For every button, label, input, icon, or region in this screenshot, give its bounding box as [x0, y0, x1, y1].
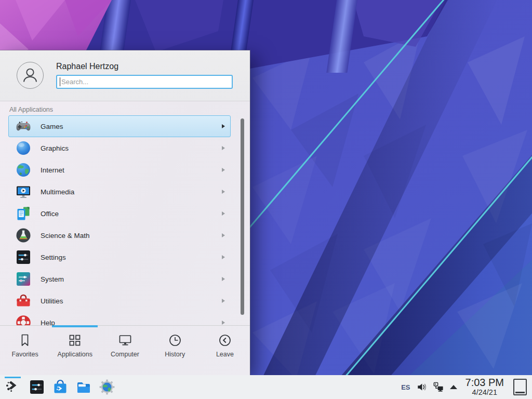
submenu-arrow-icon: [222, 168, 225, 172]
network-icon[interactable]: [433, 382, 444, 392]
user-avatar[interactable]: [17, 62, 44, 89]
category-graphics[interactable]: Graphics: [8, 137, 231, 159]
search-input[interactable]: [56, 75, 233, 89]
computer-icon: [118, 333, 132, 348]
taskbar-panel: ES 7:03 PM 4/24/21: [0, 375, 532, 399]
history-icon: [168, 333, 182, 348]
category-settings[interactable]: Settings: [8, 246, 231, 268]
system-settings-icon[interactable]: [29, 379, 45, 395]
launcher-header: Raphael Hertzog: [0, 50, 250, 101]
scrollbar[interactable]: [241, 118, 244, 315]
category-utilities[interactable]: Utilities: [8, 290, 231, 312]
office-icon: [15, 205, 32, 222]
tab-history[interactable]: History: [150, 333, 200, 375]
category-office[interactable]: Office: [8, 203, 231, 224]
search-wrap: [56, 75, 233, 89]
text-cursor: [60, 77, 60, 86]
system-icon: [15, 271, 32, 287]
gamepad-icon: [15, 118, 32, 135]
category-science-math[interactable]: Science & Math: [8, 224, 231, 246]
submenu-arrow-icon: [222, 233, 225, 237]
clock-time: 7:03 PM: [466, 377, 504, 389]
volume-icon[interactable]: [417, 382, 427, 392]
show-desktop-button[interactable]: [513, 379, 527, 395]
pinned-apps: [22, 379, 115, 395]
clock[interactable]: 7:03 PM 4/24/21: [466, 377, 504, 396]
category-list: Games Graphics Internet Multimedia Offic…: [0, 115, 250, 325]
submenu-arrow-icon: [222, 299, 225, 303]
utilities-icon: [15, 292, 32, 309]
category-system[interactable]: System: [8, 268, 231, 290]
submenu-arrow-icon: [222, 190, 225, 194]
settings-icon: [15, 249, 32, 265]
tab-favorites[interactable]: Favorites: [0, 333, 50, 375]
section-label: All Applications: [0, 101, 250, 115]
launcher-tab-bar: Favorites Applications Computer History …: [0, 325, 250, 375]
keyboard-layout-indicator[interactable]: ES: [401, 383, 410, 391]
application-launcher-button[interactable]: [4, 376, 22, 398]
konqueror-icon[interactable]: [99, 379, 115, 395]
dolphin-icon[interactable]: [75, 379, 92, 395]
leave-icon: [218, 333, 232, 348]
discover-icon[interactable]: [52, 379, 69, 395]
active-tab-indicator: [52, 325, 98, 327]
multimedia-icon: [15, 183, 32, 200]
bookmark-icon: [18, 333, 32, 348]
submenu-arrow-icon: [222, 211, 225, 216]
category-help[interactable]: Help: [8, 312, 231, 325]
graphics-icon: [15, 140, 32, 156]
submenu-arrow-icon: [222, 321, 225, 325]
desktop: Raphael Hertzog All Applications Games G…: [0, 0, 532, 399]
submenu-arrow-icon: [222, 124, 225, 128]
category-multimedia[interactable]: Multimedia: [8, 181, 231, 203]
application-launcher-menu: Raphael Hertzog All Applications Games G…: [0, 50, 250, 375]
active-task-indicator: [5, 377, 21, 378]
globe-icon: [15, 162, 32, 178]
clock-date: 4/24/21: [466, 389, 504, 397]
tab-applications[interactable]: Applications: [50, 333, 100, 375]
submenu-arrow-icon: [222, 146, 225, 150]
science-icon: [15, 227, 32, 244]
help-icon: [15, 314, 32, 325]
category-internet[interactable]: Internet: [8, 159, 231, 181]
submenu-arrow-icon: [222, 277, 225, 281]
kde-launcher-icon: [5, 378, 21, 396]
category-games[interactable]: Games: [8, 115, 231, 137]
system-tray: ES 7:03 PM 4/24/21: [401, 377, 527, 396]
up-caret-icon[interactable]: [450, 385, 457, 389]
submenu-arrow-icon: [222, 255, 225, 259]
tab-leave[interactable]: Leave: [200, 333, 250, 375]
user-column: Raphael Hertzog: [56, 62, 233, 101]
tab-computer[interactable]: Computer: [100, 333, 150, 375]
grid-icon: [68, 333, 82, 348]
user-name: Raphael Hertzog: [56, 62, 233, 71]
user-icon: [18, 63, 42, 87]
